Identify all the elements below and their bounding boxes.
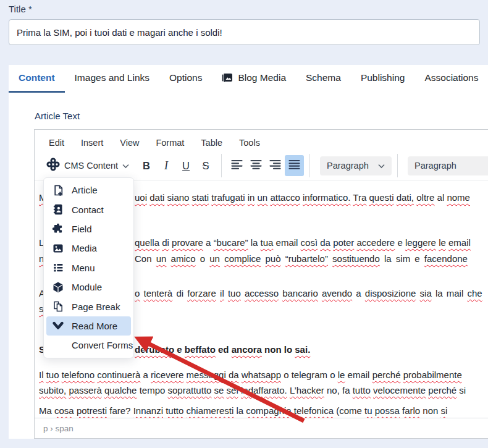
dropdown-item-module[interactable]: Module — [44, 277, 133, 297]
article-text-line: Ma cosa potresti fare? Innanzi tutto chi… — [39, 405, 447, 416]
dropdown-item-contact[interactable]: Contact — [44, 200, 133, 219]
dropdown-item-convert-forms[interactable]: Convert Forms — [44, 336, 133, 355]
module-icon — [52, 281, 64, 294]
page-break-icon — [52, 300, 64, 313]
chevron-down-icon — [122, 160, 129, 171]
align-right-icon — [269, 159, 282, 173]
editor-toolbar: CMS Content B I U S — [35, 151, 488, 180]
dropdown-item-label: Page Break — [72, 302, 120, 312]
media-icon — [52, 242, 64, 255]
title-input[interactable] — [9, 19, 480, 45]
dropdown-item-media[interactable]: Media — [44, 239, 133, 258]
article-text-label: Article Text — [35, 111, 80, 121]
dropdown-item-label: Field — [72, 224, 92, 234]
dropdown-item-label: Menu — [72, 263, 95, 273]
underline-button[interactable]: U — [176, 155, 196, 176]
align-justify-button[interactable] — [285, 155, 304, 176]
dropdown-item-page-break[interactable]: Page Break — [44, 297, 133, 316]
align-center-icon — [250, 159, 263, 173]
menu-format[interactable]: Format — [156, 138, 184, 148]
tab-label: Associations — [424, 72, 478, 83]
italic-button[interactable]: I — [156, 155, 176, 176]
tab-associations[interactable]: Associations — [414, 65, 488, 93]
tab-options[interactable]: Options — [159, 65, 212, 93]
chevron-down-icon — [378, 160, 385, 171]
menu-edit[interactable]: Edit — [49, 138, 64, 148]
read-more-icon — [52, 319, 64, 332]
article-text-line: o tenterà di forzare il tuo accesso banc… — [135, 288, 482, 298]
tab-label: Publishing — [361, 72, 405, 83]
blog-media-icon — [222, 73, 233, 83]
dropdown-item-label: Convert Forms — [72, 340, 133, 350]
dropdown-item-label: Article — [72, 185, 98, 195]
field-icon — [52, 222, 64, 235]
dropdown-item-field[interactable]: Field — [44, 219, 133, 239]
article-text-line: subito, passerà qualche tempo soprattutt… — [39, 385, 466, 395]
toolbar-divider — [309, 154, 310, 177]
menu-tools[interactable]: Tools — [239, 138, 260, 148]
toolbar-divider — [221, 154, 222, 177]
paragraph-format-select[interactable]: Paragraph — [320, 156, 392, 175]
dropdown-item-label: Contact — [72, 205, 104, 215]
dropdown-item-label: Read More — [72, 321, 117, 331]
article-text-line: derubato e beffato ed ancora non lo sai. — [135, 344, 310, 355]
align-left-button[interactable] — [227, 155, 246, 176]
article-text-line: Il tuo telefono continuerà a ricevere me… — [39, 370, 462, 380]
article-text-line: quella di provare a “bucare” la tua emai… — [135, 237, 471, 248]
joomla-icon — [46, 158, 60, 174]
menu-insert[interactable]: Insert — [81, 138, 103, 148]
tab-label: Images and Links — [75, 72, 150, 83]
tab-images-and-links[interactable]: Images and Links — [65, 65, 160, 93]
dropdown-item-label: Media — [72, 243, 97, 253]
article-text-line: uoi dati siano stati trafugati in un att… — [135, 192, 470, 203]
dropdown-item-menu[interactable]: Menu — [44, 258, 133, 277]
dropdown-item-label: Module — [72, 282, 102, 292]
tab-content[interactable]: Content — [9, 65, 65, 93]
align-left-icon — [230, 159, 243, 173]
cms-content-button[interactable]: CMS Content — [43, 155, 133, 176]
align-center-button[interactable] — [246, 155, 266, 176]
dropdown-item-article[interactable]: Article — [44, 180, 133, 200]
tab-label: Schema — [306, 72, 341, 83]
tab-publishing[interactable]: Publishing — [351, 65, 415, 93]
editor-statusbar: p › span — [35, 418, 488, 438]
tab-label: Content — [19, 72, 55, 83]
tab-blog-media[interactable]: Blog Media — [212, 65, 296, 93]
strikethrough-button[interactable]: S — [196, 155, 216, 176]
tab-label: Options — [169, 72, 202, 83]
article-icon — [52, 184, 64, 197]
align-right-button[interactable] — [266, 155, 285, 176]
element-path[interactable]: p › span — [43, 424, 74, 433]
cms-content-label: CMS Content — [64, 161, 118, 171]
cms-content-dropdown: ArticleContactFieldMediaMenuModulePage B… — [43, 177, 134, 358]
toolbar-divider — [397, 154, 398, 177]
menu-table[interactable]: Table — [201, 138, 222, 148]
tab-bar: ContentImages and LinksOptionsBlog Media… — [9, 65, 488, 93]
article-text-line: Con un amico o un complice può “rubartel… — [135, 253, 468, 264]
paragraph-style-select[interactable]: Paragraph — [408, 156, 488, 175]
editor-menubar: EditInsertViewFormatTableTools — [35, 130, 488, 151]
title-label: Title * — [9, 4, 32, 14]
bold-button[interactable]: B — [137, 155, 156, 176]
menu-view[interactable]: View — [120, 138, 139, 148]
dropdown-item-read-more[interactable]: Read More — [46, 316, 131, 336]
tab-schema[interactable]: Schema — [296, 65, 351, 93]
contact-icon — [52, 203, 64, 216]
align-justify-icon — [288, 159, 301, 173]
menu-icon — [52, 261, 64, 274]
tab-label: Blog Media — [238, 72, 286, 83]
